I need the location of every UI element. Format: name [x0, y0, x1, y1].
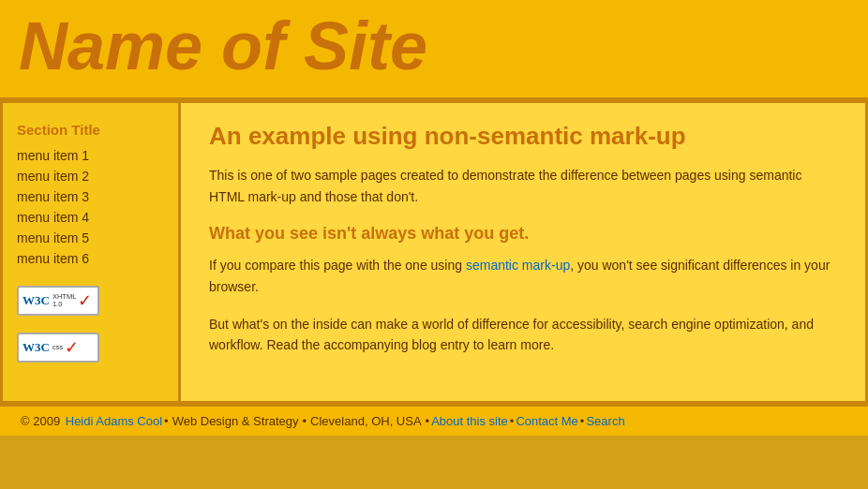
content-paragraph-1: This is one of two sample pages created …	[209, 165, 837, 207]
footer-sep-3: •	[426, 414, 430, 428]
w3c-xhtml-badge[interactable]: W3C XHTML1.0 ✓	[17, 286, 99, 316]
sidebar-item-1[interactable]: menu item 1	[17, 145, 164, 166]
sidebar-item-2[interactable]: menu item 2	[17, 166, 164, 186]
footer-sep-4: •	[510, 414, 515, 428]
site-header: Name of Site	[0, 0, 868, 100]
w3c-css-w3c-text: W3C	[22, 340, 50, 355]
site-footer: © 2009 Heidi Adams Cool • Web Design & S…	[0, 404, 868, 436]
footer-sep-1: •	[164, 414, 169, 428]
w3c-xhtml-w3c-text: W3C	[22, 293, 50, 308]
semantic-markup-link[interactable]: semantic mark-up	[466, 258, 570, 273]
footer-author-link[interactable]: Heidi Adams Cool	[66, 414, 162, 428]
sidebar-item-5[interactable]: menu item 5	[17, 228, 164, 248]
w3c-css-check-icon: ✓	[65, 339, 79, 356]
footer-text-1: Web Design & Strategy	[172, 414, 299, 428]
footer-text-2: Cleveland, OH, USA	[310, 414, 422, 428]
footer-copyright: © 2009	[21, 414, 60, 428]
content-subheading: What you see isn't always what you get.	[209, 224, 837, 244]
footer-search-link[interactable]: Search	[586, 414, 624, 428]
main-wrapper: Section Title menu item 1 menu item 2 me…	[0, 100, 868, 404]
footer-sep-5: •	[580, 414, 585, 428]
sidebar-item-4[interactable]: menu item 4	[17, 207, 164, 228]
w3c-css-type-text: css	[52, 344, 63, 351]
sidebar: Section Title menu item 1 menu item 2 me…	[3, 103, 181, 401]
footer-sep-2: •	[303, 414, 307, 428]
content-title: An example using non-semantic mark-up	[209, 122, 837, 151]
paragraph-2-before-link: If you compare this page with the one us…	[209, 258, 466, 273]
site-title: Name of Site	[19, 9, 849, 83]
footer-contact-link[interactable]: Contact Me	[516, 414, 577, 428]
w3c-css-badge[interactable]: W3C css ✓	[17, 333, 99, 363]
w3c-xhtml-check-icon: ✓	[78, 292, 92, 309]
sidebar-item-6[interactable]: menu item 6	[17, 248, 164, 269]
content-paragraph-2: If you compare this page with the one us…	[209, 255, 837, 297]
content-paragraph-3: But what's on the inside can make a worl…	[209, 314, 837, 356]
sidebar-item-3[interactable]: menu item 3	[17, 186, 164, 207]
w3c-xhtml-type-text: XHTML1.0	[52, 293, 76, 309]
footer-about-link[interactable]: About this site	[431, 414, 508, 428]
sidebar-section-title: Section Title	[17, 122, 164, 138]
main-content: An example using non-semantic mark-up Th…	[181, 103, 865, 401]
